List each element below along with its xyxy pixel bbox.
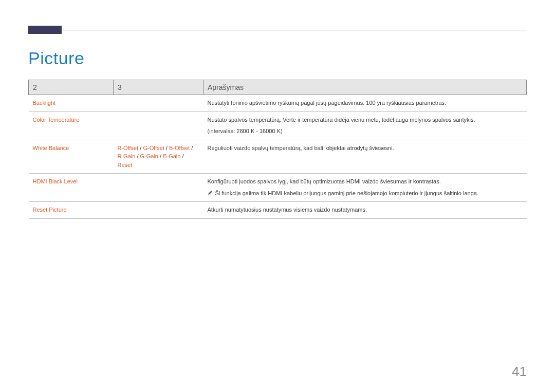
settings-table: 2 3 Aprašymas Backlight Nustatyti fonini…	[28, 80, 527, 219]
menu-backlight: Backlight	[33, 100, 56, 106]
page-title: Picture	[28, 48, 527, 68]
table-row: Backlight Nustatyti foninio apšvietimo r…	[29, 95, 527, 112]
table-row: HDMI Black Level Konfigūruoti juodos spa…	[29, 174, 527, 202]
desc-backlight: Nustatyti foninio apšvietimo ryškumą pag…	[203, 95, 527, 112]
table-row: White Balance R-Offset / G-Offset / B-Of…	[29, 140, 527, 174]
menu-white-balance: White Balance	[33, 145, 69, 151]
desc-white-balance: Reguliuoti vaizdo spalvų temperatūrą, ka…	[203, 140, 527, 174]
pencil-icon	[208, 189, 214, 198]
table-row: Reset Picture Atkurti numatytuosius nust…	[29, 202, 527, 219]
note-hdmi: Ši funkcija galima tik HDMI kabeliu prij…	[215, 190, 478, 196]
page-number: 41	[512, 364, 527, 380]
col-header-3: 3	[114, 80, 203, 95]
col-header-desc: Aprašymas	[203, 80, 527, 95]
desc-color-temp-1: Nustato spalvos temperatūrą. Vertė ir te…	[208, 116, 523, 124]
col-header-2: 2	[29, 80, 114, 95]
desc-color-temp-2: (intervalas: 2800 K - 16000 K)	[208, 127, 523, 136]
header-rule	[28, 26, 527, 35]
submenu-white-balance: R-Offset / G-Offset / B-Offset / R-Gain …	[114, 140, 203, 174]
desc-hdmi: Konfigūruoti juodos spalvos lygį, kad bū…	[208, 177, 523, 186]
menu-reset-picture: Reset Picture	[33, 207, 67, 213]
desc-reset: Atkurti numatytuosius nustatymus visiems…	[203, 202, 527, 219]
menu-color-temperature: Color Temperature	[33, 117, 80, 123]
table-row: Color Temperature Nustato spalvos temper…	[29, 111, 527, 140]
menu-hdmi-black-level: HDMI Black Level	[33, 178, 78, 184]
